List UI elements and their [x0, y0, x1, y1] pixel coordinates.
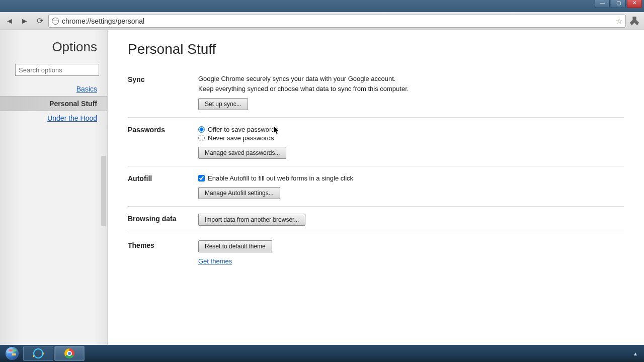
settings-main: Personal Stuff Sync Google Chrome secure…	[108, 30, 644, 345]
never-save-passwords-radio[interactable]	[198, 135, 205, 141]
options-sidebar: Options Basics Personal Stuff Under the …	[0, 30, 108, 345]
window-minimize-button[interactable]: —	[595, 0, 610, 8]
section-browsing-data: Browsing data Import data from another b…	[128, 207, 624, 233]
address-bar[interactable]: chrome://settings/personal ☆	[48, 15, 626, 28]
section-heading-sync: Sync	[128, 74, 198, 110]
url-text: chrome://settings/personal	[62, 17, 144, 25]
never-save-passwords-label: Never save passwords	[208, 134, 274, 142]
offer-save-passwords-label: Offer to save passwords	[208, 126, 278, 133]
search-options-input[interactable]	[15, 64, 99, 76]
sidebar-item-personal-stuff[interactable]: Personal Stuff	[0, 96, 107, 111]
manage-autofill-settings-button[interactable]: Manage Autofill settings...	[198, 187, 280, 199]
section-heading-browsing-data: Browsing data	[128, 214, 198, 226]
window-maximize-button[interactable]: ▢	[611, 0, 626, 8]
system-tray: ▲	[633, 351, 642, 356]
sidebar-title: Options	[0, 39, 107, 55]
start-button[interactable]	[2, 346, 22, 361]
wrench-icon	[630, 17, 639, 26]
sync-description-2: Keep everything synced or choose what da…	[198, 84, 624, 94]
bookmark-star-icon[interactable]: ☆	[616, 17, 622, 26]
windows-taskbar: ▲	[0, 345, 644, 362]
sidebar-item-under-the-hood[interactable]: Under the Hood	[0, 111, 107, 125]
reload-button[interactable]: ⟳	[33, 15, 46, 28]
show-hidden-icons-button[interactable]: ▲	[633, 351, 638, 356]
taskbar-item-chrome[interactable]	[54, 346, 85, 361]
enable-autofill-checkbox[interactable]	[198, 175, 205, 182]
sidebar-resize-handle[interactable]	[105, 30, 108, 345]
set-up-sync-button[interactable]: Set up sync...	[198, 98, 248, 110]
chrome-icon	[64, 348, 74, 358]
section-heading-passwords: Passwords	[128, 125, 198, 159]
get-themes-link[interactable]: Get themes	[198, 257, 232, 265]
section-autofill: Autofill Enable Autofill to fill out web…	[128, 166, 624, 207]
offer-save-passwords-radio[interactable]	[198, 126, 205, 133]
sidebar-item-basics[interactable]: Basics	[0, 82, 107, 96]
taskbar-item-ie[interactable]	[23, 346, 53, 361]
enable-autofill-label: Enable Autofill to fill out web forms in…	[208, 174, 353, 182]
window-titlebar: — ▢ ✕ Google × Options - Personal Stuff …	[0, 0, 644, 12]
section-heading-autofill: Autofill	[128, 173, 198, 199]
internet-explorer-icon	[32, 347, 44, 359]
windows-orb-icon	[6, 347, 19, 360]
section-sync: Sync Google Chrome securely syncs your d…	[128, 67, 624, 118]
sync-description-1: Google Chrome securely syncs your data w…	[198, 74, 624, 83]
browser-toolbar: ◄ ► ⟳ chrome://settings/personal ☆	[0, 12, 644, 30]
section-heading-themes: Themes	[128, 240, 198, 265]
manage-saved-passwords-button[interactable]: Manage saved passwords...	[198, 147, 286, 159]
window-close-button[interactable]: ✕	[627, 0, 642, 8]
import-data-button[interactable]: Import data from another browser...	[198, 214, 305, 226]
globe-icon	[52, 18, 59, 25]
section-passwords: Passwords Offer to save passwords Never …	[128, 118, 624, 166]
forward-button[interactable]: ►	[18, 15, 31, 28]
wrench-menu-button[interactable]	[628, 15, 641, 28]
section-themes: Themes Reset to default theme Get themes	[128, 233, 624, 272]
page-title: Personal Stuff	[128, 41, 624, 57]
back-button[interactable]: ◄	[3, 15, 16, 28]
reset-theme-button[interactable]: Reset to default theme	[198, 240, 272, 252]
